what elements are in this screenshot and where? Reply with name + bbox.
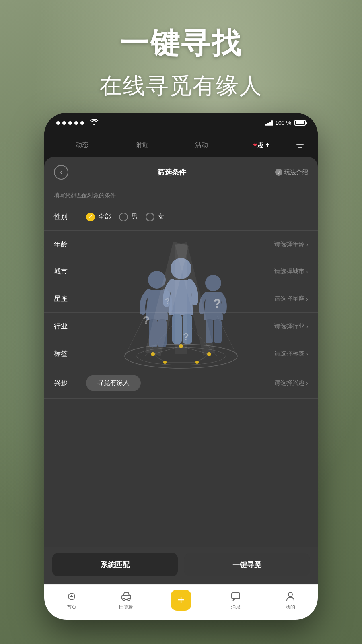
home-label: 首页 [67,604,76,611]
status-left [56,119,99,127]
filter-row-age[interactable]: 年龄 请选择年龄 › [44,231,318,258]
nav-tabs: 动态 附近 活动 ❤趣 + [44,133,318,157]
city-label: 城市 [54,267,86,276]
industry-value[interactable]: 请选择行业 › [274,322,308,330]
industry-chevron-icon: › [306,323,308,330]
svg-marker-29 [70,595,73,597]
city-value[interactable]: 请选择城市 › [274,268,308,275]
nav-message[interactable]: 消息 [208,591,263,614]
age-value[interactable]: 请选择年龄 › [274,240,308,248]
filter-row-interest: 兴趣 寻觅有缘人 请选择兴趣 › [44,367,318,399]
message-icon [230,591,241,602]
gender-male-label: 男 [131,213,138,221]
status-dot-4 [74,121,78,125]
plus-button[interactable]: + [171,590,191,611]
age-label: 年龄 [54,239,86,249]
gender-all-option[interactable]: ✓ 全部 [86,213,111,221]
panel-header: ‹ 筛选条件 ? 玩法介绍 [44,157,318,186]
phone-mockup: 100 % 动态 附近 活动 ❤趣 + [44,113,318,620]
interest-value[interactable]: 请选择兴趣 › [274,379,308,387]
message-label: 消息 [231,604,241,611]
panel-content: ? ? ? ? 性别 [44,203,318,547]
panel-subtitle: 填写您想匹配对象的条件 [44,186,318,203]
bakequan-label: 巴克圈 [119,604,134,611]
signal-bar-1 [265,124,267,126]
headline-line2: 在线寻觅有缘人 [0,71,362,101]
interest-label: 兴趣 [54,378,86,388]
gender-all-radio[interactable]: ✓ [86,213,95,221]
filter-row-tags[interactable]: 标签 请选择标签 › [44,340,318,367]
interest-chevron-icon: › [306,380,308,386]
tab-fujin[interactable]: 附近 [112,137,172,153]
tags-chevron-icon: › [306,351,308,357]
status-dot-2 [62,121,66,125]
tab-qu[interactable]: ❤趣 + [232,137,292,153]
signal-bar-3 [269,122,271,126]
star-value[interactable]: 请选择星座 › [274,295,308,303]
status-right: 100 % [265,120,306,126]
signal-bars [265,120,273,126]
nav-plus[interactable]: + [154,590,208,615]
status-dot-3 [68,121,72,125]
panel-title: 筛选条件 [157,167,186,177]
city-chevron-icon: › [306,268,308,275]
star-chevron-icon: › [306,296,308,302]
nav-bakequan[interactable]: 巴克圈 [99,591,154,614]
nav-home[interactable]: 首页 [44,591,99,614]
home-icon [66,591,77,602]
one-click-search-button[interactable]: 一键寻觅 [184,553,310,576]
filter-row-industry[interactable]: 行业 请选择行业 › [44,313,318,340]
svg-rect-33 [232,593,240,599]
tags-value[interactable]: 请选择标签 › [274,350,308,357]
person-icon [285,591,296,602]
gender-female-radio[interactable] [146,213,154,221]
filter-panel: ‹ 筛选条件 ? 玩法介绍 填写您想匹配对象的条件 [44,157,318,620]
battery-icon [294,120,306,126]
signal-bar-4 [272,120,273,126]
action-buttons: 系统匹配 一键寻觅 [44,547,318,584]
age-chevron-icon: › [306,241,308,248]
help-button[interactable]: ? 玩法介绍 [275,169,308,176]
system-match-button[interactable]: 系统匹配 [52,553,178,576]
headline-area: 一键寻找 在线寻觅有缘人 [0,24,362,101]
gender-male-radio[interactable] [119,213,128,221]
tags-label: 标签 [54,349,86,358]
status-dot-5 [80,121,84,125]
gender-female-label: 女 [158,213,164,221]
svg-point-32 [128,598,130,601]
headline-line1: 一键寻找 [0,24,362,63]
filter-row-gender: 性别 ✓ 全部 男 [44,203,318,231]
gender-options: ✓ 全部 男 女 [86,213,308,221]
car-icon [121,591,132,602]
gender-male-option[interactable]: 男 [119,213,138,221]
interest-button[interactable]: 寻觅有缘人 [86,375,141,391]
status-dot-1 [56,121,60,125]
nav-mine[interactable]: 我的 [263,591,318,614]
industry-label: 行业 [54,322,86,331]
mine-label: 我的 [286,604,295,611]
tab-dongtai[interactable]: 动态 [52,137,112,153]
svg-point-31 [123,598,125,601]
help-circle-icon: ? [275,169,282,176]
battery-percent: 100 % [275,120,291,126]
filter-icon[interactable] [295,138,310,152]
back-button[interactable]: ‹ [54,165,68,180]
filter-row-city[interactable]: 城市 请选择城市 › [44,258,318,285]
filter-line-3 [298,147,302,148]
signal-bar-2 [267,123,269,126]
status-bar: 100 % [44,113,318,133]
gender-all-label: 全部 [98,213,111,221]
star-label: 星座 [54,294,86,303]
tab-huodong[interactable]: 活动 [172,137,232,153]
wifi-icon [90,119,99,127]
svg-point-34 [288,592,292,597]
filter-row-star[interactable]: 星座 请选择星座 › [44,285,318,313]
gender-female-option[interactable]: 女 [146,213,164,221]
filter-line-2 [296,144,304,145]
gender-label: 性别 [54,212,86,221]
bottom-nav: 首页 巴克圈 + [44,584,318,620]
filter-line-1 [295,142,305,142]
